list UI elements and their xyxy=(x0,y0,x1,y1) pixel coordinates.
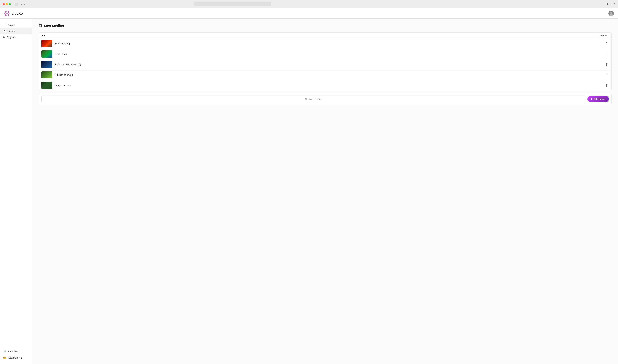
traffic-light-yellow[interactable] xyxy=(6,3,8,5)
back-button[interactable]: ‹ xyxy=(20,2,23,6)
more-menu-happyhour[interactable]: ⋮ xyxy=(604,83,609,88)
sidebar-item-factures-label: Factures xyxy=(8,350,17,353)
filename-football: Football 02.08 - 21h00.png xyxy=(55,63,602,66)
sidebar-item-playlists-label: Playlists xyxy=(7,36,16,39)
sidebar-toggle-button[interactable]: ⬜ xyxy=(14,2,18,6)
more-menu-horaires[interactable]: ⋮ xyxy=(604,52,609,56)
sidebar-main-section: 🖥 Players 🖼 Médias ▶ Playlists xyxy=(0,22,32,346)
sidebar-item-medias-label: Médias xyxy=(7,30,15,32)
sidebar-bottom-section: 📄 Factures 💳 Abonnement xyxy=(0,346,32,361)
svg-point-6 xyxy=(6,15,7,16)
thumbnail-football xyxy=(41,61,52,68)
sidebar-item-abonnement[interactable]: 💳 Abonnement xyxy=(0,354,32,361)
column-name-header: Nom xyxy=(41,34,600,37)
svg-point-4 xyxy=(9,13,10,14)
more-menu-kasteel[interactable]: ⋮ xyxy=(604,41,609,46)
browser-chrome: ⬜ ‹ › ⬇ + ⧉ xyxy=(0,0,618,8)
table-row: Football 02.08 - 21h00.png ⋮ xyxy=(39,59,611,70)
avatar-image xyxy=(608,11,614,16)
file-chooser-button[interactable]: Choisir un fichier xyxy=(41,96,586,102)
thumbnail-happyhour xyxy=(41,82,52,89)
media-table: Nom Actions [tv] kasteel.png ⋮ Horaires.… xyxy=(39,32,612,91)
new-tab-icon[interactable]: + xyxy=(610,3,612,6)
svg-point-2 xyxy=(8,11,9,13)
playlists-icon: ▶ xyxy=(3,36,5,39)
players-icon: 🖥 xyxy=(3,24,6,26)
logo-text: displex xyxy=(12,12,23,16)
page-title: Mes Médias xyxy=(44,24,64,28)
traffic-light-red[interactable] xyxy=(2,3,5,5)
svg-point-5 xyxy=(5,14,6,16)
svg-point-1 xyxy=(6,11,7,12)
tab-overview-icon[interactable]: ⧉ xyxy=(614,3,616,6)
table-row: [tv] kasteel.png ⋮ xyxy=(39,39,611,49)
upload-button[interactable]: ⬆ Télécharger xyxy=(587,96,609,102)
svg-point-3 xyxy=(4,13,5,14)
filename-happyhour: Happy hour.mp4 xyxy=(55,84,602,87)
more-menu-publicite[interactable]: ⋮ xyxy=(604,73,609,77)
page-header-icon: 🖼 xyxy=(39,24,42,28)
thumbnail-kasteel xyxy=(41,40,52,47)
table-row: Happy hour.mp4 ⋮ xyxy=(39,80,611,91)
svg-point-10 xyxy=(610,12,612,14)
sidebar-item-abonnement-label: Abonnement xyxy=(8,356,22,359)
traffic-lights xyxy=(2,3,11,5)
table-row: Publicité salon.jpg ⋮ xyxy=(39,70,611,80)
upload-icon: ⬆ xyxy=(591,98,592,100)
more-menu-football[interactable]: ⋮ xyxy=(604,62,609,67)
table-row: Horaires.jpg ⋮ xyxy=(39,49,611,59)
filename-horaires: Horaires.jpg xyxy=(55,53,602,55)
column-actions-header: Actions xyxy=(600,34,609,37)
app-header: displex xyxy=(0,8,618,19)
app-wrapper: displex 🖥 Players 🖼 Médias xyxy=(0,8,618,364)
forward-button[interactable]: › xyxy=(23,2,25,6)
logo-icon xyxy=(4,11,10,17)
avatar[interactable] xyxy=(608,11,614,16)
sidebar: 🖥 Players 🖼 Médias ▶ Playlists 📄 Facture… xyxy=(0,19,32,364)
svg-point-7 xyxy=(8,14,9,16)
file-chooser-label: Choisir un fichier xyxy=(305,98,322,100)
abonnement-icon: 💳 xyxy=(3,356,6,359)
traffic-light-green[interactable] xyxy=(9,3,11,5)
filename-publicite: Publicité salon.jpg xyxy=(55,74,602,76)
upload-button-label: Télécharger xyxy=(593,98,606,100)
logo-area: displex xyxy=(4,11,23,17)
medias-icon: 🖼 xyxy=(3,30,6,32)
sidebar-item-playlists[interactable]: ▶ Playlists xyxy=(0,34,32,40)
filename-kasteel: [tv] kasteel.png xyxy=(55,42,602,45)
table-header: Nom Actions xyxy=(39,33,611,39)
svg-point-8 xyxy=(6,13,8,14)
thumbnail-horaires xyxy=(41,51,52,58)
page-header: 🖼 Mes Médias xyxy=(39,24,612,28)
sidebar-item-players[interactable]: 🖥 Players xyxy=(0,22,32,28)
svg-point-0 xyxy=(5,11,6,13)
browser-actions: ⬇ + ⧉ xyxy=(606,2,616,6)
main-content: 🖼 Mes Médias Nom Actions [tv] kasteel.pn… xyxy=(32,19,618,364)
factures-icon: 📄 xyxy=(3,350,6,353)
sidebar-item-factures[interactable]: 📄 Factures xyxy=(0,348,32,354)
nav-buttons: ‹ › xyxy=(20,2,26,6)
thumbnail-publicite xyxy=(41,71,52,78)
sidebar-item-players-label: Players xyxy=(7,24,15,26)
content-area: 🖥 Players 🖼 Médias ▶ Playlists 📄 Facture… xyxy=(0,19,618,364)
sidebar-item-medias[interactable]: 🖼 Médias xyxy=(0,28,32,34)
download-icon[interactable]: ⬇ xyxy=(606,2,608,6)
address-bar[interactable] xyxy=(194,2,271,6)
upload-area: Choisir un fichier ⬆ Télécharger xyxy=(39,93,612,105)
